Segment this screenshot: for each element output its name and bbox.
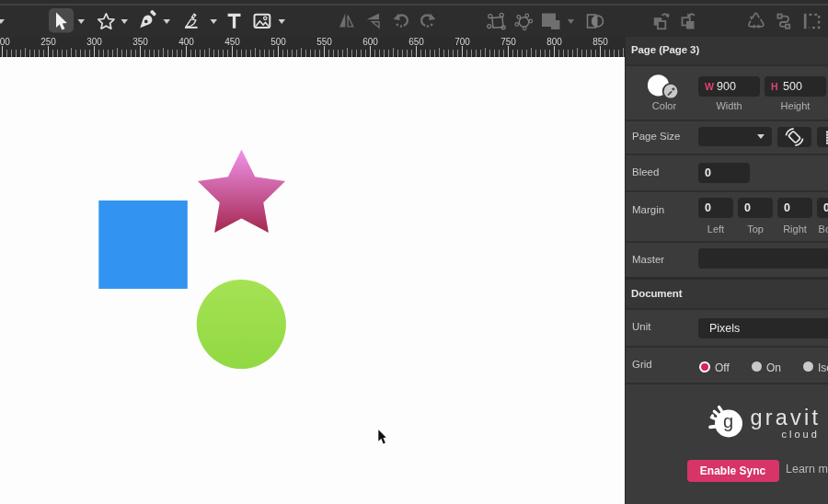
svg-text:650: 650 — [408, 37, 424, 47]
mask-button[interactable] — [588, 15, 604, 28]
green-circle-shape[interactable] — [197, 280, 286, 369]
text-tool-button[interactable] — [228, 14, 241, 29]
boolean-icon — [542, 14, 560, 30]
master-label: Master — [632, 254, 664, 265]
image-dropdown-icon[interactable] — [279, 19, 286, 24]
pen-icon — [140, 16, 152, 29]
grid-off-radio[interactable] — [699, 361, 710, 372]
mouse-cursor — [378, 430, 387, 444]
flip-horizontal-button[interactable] — [339, 14, 353, 28]
boolean-dropdown-icon[interactable] — [568, 19, 574, 24]
boolean-button[interactable] — [542, 14, 560, 30]
unit-label: Unit — [632, 321, 650, 332]
pointer-tool-button[interactable] — [49, 8, 74, 33]
grid-on-radio[interactable] — [752, 361, 762, 372]
toolbar — [0, 0, 828, 37]
slice-button[interactable] — [804, 14, 819, 29]
learn-more-link[interactable]: Learn more — [786, 463, 828, 475]
margin-right-value: 0 — [784, 198, 790, 218]
margin-bottom-input[interactable]: 0 — [817, 198, 828, 218]
pink-star-shape[interactable] — [198, 150, 285, 234]
svg-text:200: 200 — [0, 37, 10, 47]
height-label: Height — [765, 100, 826, 111]
page-list-button[interactable] — [817, 127, 828, 147]
cut-tool-dropdown-icon[interactable] — [0, 19, 5, 24]
svg-text:550: 550 — [316, 37, 332, 47]
transform-button[interactable] — [488, 13, 505, 29]
grid-row: Grid Off On Isometric — [626, 347, 828, 383]
master-dropdown[interactable] — [698, 248, 828, 269]
freehand-tool-button[interactable] — [185, 14, 198, 28]
star-icon — [98, 14, 114, 29]
bleed-input[interactable]: 0 — [698, 163, 750, 183]
width-input[interactable]: W 900 — [698, 76, 760, 97]
flip-vertical-icon — [367, 14, 380, 20]
path-button[interactable] — [777, 15, 789, 29]
bleed-value: 0 — [705, 163, 711, 183]
gravit-cloud-footer: g gravit cloud Enable Sync Learn more — [626, 383, 828, 504]
gravit-logo-mark: g — [710, 407, 742, 438]
page-size-dropdown[interactable] — [698, 127, 772, 146]
svg-text:400: 400 — [178, 37, 194, 47]
document-section-header: Document — [626, 280, 828, 309]
order-forward-button[interactable] — [654, 14, 670, 29]
ruler-ticks: 2002503003504004505005506006507007508008… — [0, 37, 625, 57]
height-value: 500 — [783, 76, 802, 97]
rotate-cw-button[interactable] — [421, 13, 435, 26]
symbol-button[interactable] — [749, 13, 764, 29]
unit-row: Unit Pixels — [626, 309, 828, 346]
toolbar-icons — [0, 0, 828, 37]
order-backward-button[interactable] — [683, 14, 696, 29]
grid-isometric-radio[interactable] — [803, 361, 813, 372]
width-prefix: W — [705, 76, 714, 97]
document-title: Document — [631, 288, 682, 299]
margin-row: Margin 0 Left 0 Top 0 Right 0 Bottom — [626, 191, 828, 241]
width-value: 900 — [717, 76, 736, 97]
margin-top-input[interactable]: 0 — [738, 198, 773, 218]
image-tool-button[interactable] — [255, 15, 270, 28]
canvas[interactable] — [0, 57, 625, 504]
pointer-dropdown-icon[interactable] — [78, 19, 86, 24]
page-color-swatch[interactable] — [648, 74, 679, 99]
pen-tool-button[interactable] — [140, 10, 156, 29]
bleed-row: Bleed 0 — [626, 155, 828, 190]
master-row: Master — [626, 242, 828, 278]
orientation-icon — [777, 127, 811, 147]
height-prefix: H — [771, 76, 778, 97]
margin-top-label: Top — [738, 223, 773, 235]
shape-dropdown-icon[interactable] — [121, 19, 129, 24]
edit-points-button[interactable] — [515, 14, 533, 30]
cloud-wordmark: cloud — [782, 429, 820, 440]
enable-sync-button[interactable]: Enable Sync — [687, 460, 779, 482]
height-input[interactable]: H 500 — [765, 76, 826, 97]
grid-label: Grid — [632, 359, 652, 370]
gravit-cloud-logo: g gravit cloud — [626, 401, 828, 456]
page-dimensions-row: Color W 900 Width H 500 Height — [626, 65, 828, 120]
text-icon — [228, 14, 241, 29]
bleed-label: Bleed — [632, 166, 659, 178]
page-size-dropdown-arrow-icon — [757, 134, 765, 139]
logo-letter: g — [723, 411, 733, 431]
unit-dropdown[interactable]: Pixels — [698, 318, 828, 338]
width-label: Width — [698, 100, 760, 111]
pen-dropdown-icon[interactable] — [164, 19, 171, 24]
svg-text:250: 250 — [40, 37, 56, 47]
margin-left-value: 0 — [705, 198, 711, 218]
flip-horizontal-icon — [339, 14, 345, 28]
page-orientation-button[interactable] — [777, 127, 811, 147]
shape-tool-button[interactable] — [98, 14, 114, 29]
svg-text:600: 600 — [362, 37, 378, 47]
margin-top-value: 0 — [744, 198, 751, 218]
freehand-dropdown-icon[interactable] — [211, 19, 218, 24]
grid-on-label: On — [766, 361, 781, 374]
margin-left-input[interactable]: 0 — [698, 198, 733, 218]
grid-off-label: Off — [715, 361, 730, 374]
margin-right-input[interactable]: 0 — [777, 198, 812, 218]
slice-icon — [804, 14, 807, 29]
blue-square-shape[interactable] — [98, 200, 188, 289]
flip-vertical-button[interactable] — [367, 14, 380, 29]
gravit-wordmark: gravit — [751, 406, 822, 430]
horizontal-ruler: 2002503003504004505005506006507007508008… — [0, 37, 625, 57]
rotate-ccw-button[interactable] — [394, 13, 408, 26]
image-icon — [255, 15, 270, 28]
